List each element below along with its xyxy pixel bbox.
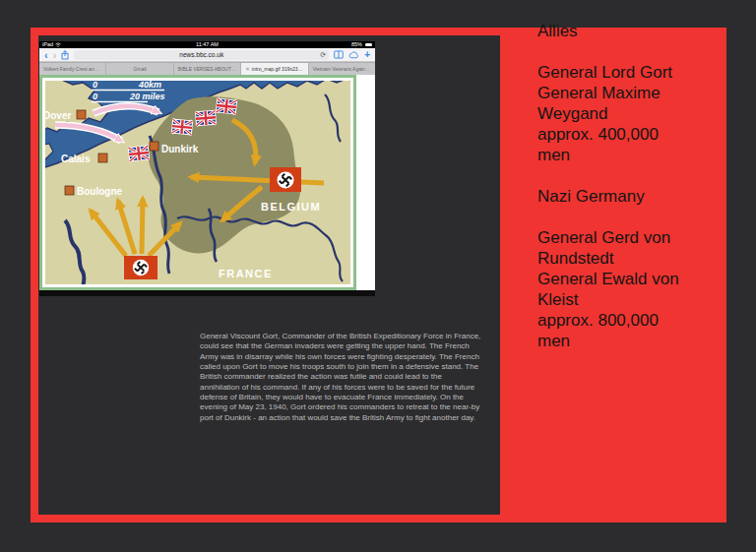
nazi-flag-france [124, 256, 158, 279]
tab-gmail[interactable]: Gmail [106, 63, 173, 75]
union-jack-flag [171, 119, 192, 135]
close-icon[interactable]: ✕ [245, 66, 250, 72]
scale-km: 40km [138, 80, 161, 90]
status-bar: iPad 11:47 AM 85% [39, 41, 375, 48]
tab-vietnam[interactable]: Vietnam Veterans Against the... [309, 63, 375, 75]
safari-toolbar: ‹ › news.bbc.co.uk ⟳ + [39, 48, 375, 62]
allies-line: General Maxime Weygand [537, 83, 690, 124]
screenshot-bottom-strip [39, 290, 375, 296]
gort-caption: General Viscount Gort, Commander of the … [200, 332, 482, 423]
allies-line: approx. 400,000 men [537, 124, 690, 165]
calais-marker [98, 153, 107, 162]
tab-bar: Volkert Family Crest and Hist... Gmail B… [39, 62, 375, 75]
ipad-safari-screenshot: iPad 11:47 AM 85% ‹ › news.bbc.co.uk ⟳ [39, 41, 375, 296]
back-button[interactable]: ‹ [44, 49, 48, 61]
dunkirk-label: Dunkirk [161, 144, 199, 154]
calais-label: Calais [61, 153, 91, 164]
battery-icon [365, 43, 372, 47]
share-icon[interactable] [61, 50, 69, 60]
belgium-label: BELGIUM [261, 201, 321, 213]
forward-button[interactable]: › [53, 49, 57, 61]
new-tab-icon[interactable]: + [364, 49, 370, 61]
dover-marker [77, 110, 86, 119]
axis-line: General Gerd von Rundstedt [537, 227, 690, 269]
icloud-tabs-icon[interactable] [348, 51, 359, 59]
page-content: 0 40km 0 20 miles [39, 75, 375, 290]
boulogne-marker [65, 186, 74, 195]
union-jack-flag [216, 98, 236, 114]
carrier-label: iPad [42, 41, 53, 48]
dunkirk-map: 0 40km 0 20 miles [39, 75, 356, 290]
allies-heading: Allies [537, 21, 690, 41]
scale-km-zero: 0 [93, 80, 97, 90]
address-text: news.bbc.co.uk [179, 51, 223, 58]
allies-line: General Lord Gort [537, 62, 690, 83]
forces-panel: Allies General Lord Gort General Maxime … [537, 21, 690, 351]
scale-mi: 20 miles [129, 92, 165, 101]
boulogne-label: Boulogne [77, 186, 123, 197]
bookmarks-icon[interactable] [334, 50, 344, 59]
union-jack-flag [128, 146, 149, 161]
dunkirk-marker [150, 142, 158, 151]
battery-percent: 85% [351, 41, 362, 48]
allies-section: Allies General Lord Gort General Maxime … [537, 21, 690, 165]
scale-mi-zero: 0 [93, 92, 97, 101]
address-bar[interactable]: news.bbc.co.uk ⟳ [74, 50, 329, 60]
reload-icon[interactable]: ⟳ [320, 50, 326, 60]
tab-intro-map[interactable]: ✕intro_map.gif 319x232 pixels [241, 63, 308, 75]
tab-volkert[interactable]: Volkert Family Crest and Hist... [39, 63, 106, 75]
dover-label: Dover [43, 110, 71, 121]
axis-line: approx. 800,000 men [537, 310, 690, 351]
axis-line: General Ewald von Kleist [537, 269, 690, 310]
clock-label: 11:47 AM [39, 41, 375, 48]
axis-section: Nazi Germany General Gerd von Rundstedt … [537, 186, 690, 351]
wifi-icon [55, 42, 61, 47]
nazi-flag-belgium [270, 167, 301, 192]
axis-heading: Nazi Germany [537, 186, 690, 207]
union-jack-flag [196, 110, 217, 125]
tab-bible[interactable]: BIBLE VERSES ABOUT GOIN... [174, 63, 241, 75]
france-label: FRANCE [219, 268, 273, 279]
